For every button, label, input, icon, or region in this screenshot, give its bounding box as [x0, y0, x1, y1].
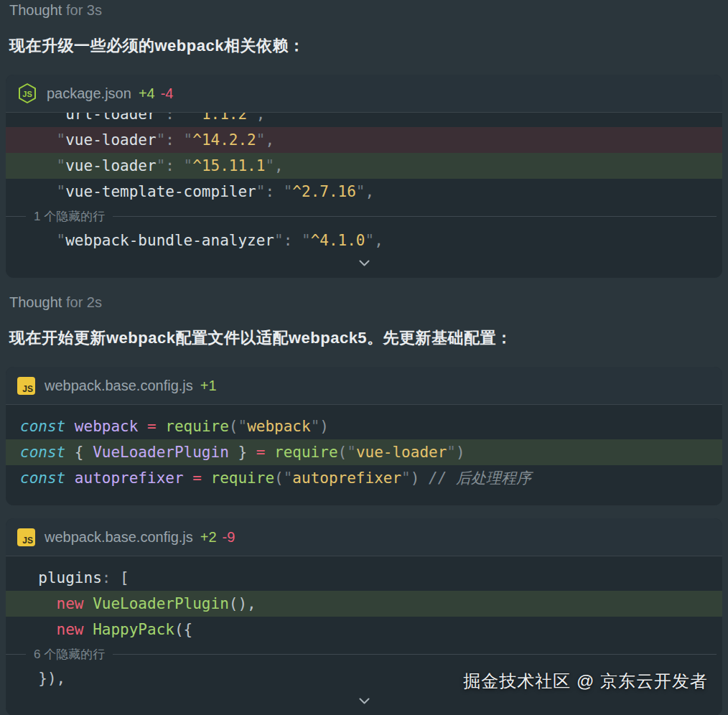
expand-row [6, 691, 722, 710]
added-count-badge: +4 [139, 85, 155, 102]
code-line: const autoprefixer = require("autoprefix… [6, 465, 722, 491]
code-diff-body: "url-loader": "^1.1.2", "vue-loader": "^… [6, 113, 722, 278]
removed-count-badge: -4 [161, 85, 174, 102]
diff-added-line: "vue-loader": "^15.11.1", [6, 153, 722, 179]
diff-removed-line: "vue-loader": "^14.2.2", [6, 127, 722, 153]
code-line: new HappyPack({ [6, 617, 722, 642]
json-hexagon-icon: JS [17, 83, 37, 104]
code-line: "webpack-bundle-analyzer": "^4.1.0", [6, 228, 722, 253]
thought-duration: for 3s [66, 2, 102, 18]
code-diff-header[interactable]: JSpackage.json+4-4 [6, 75, 722, 113]
code-diff-card: JSwebpack.base.config.js+1const webpack … [6, 367, 722, 505]
diff-added-line: const { VueLoaderPlugin } = require("vue… [6, 439, 722, 465]
chevron-down-icon[interactable] [352, 696, 377, 706]
removed-count-badge: -9 [223, 529, 235, 546]
code-line: const webpack = require("webpack") [6, 413, 722, 439]
code-diff-body: const webpack = require("webpack")const … [6, 405, 722, 505]
diff-added-line: new VueLoaderPlugin(), [6, 591, 722, 617]
code-line: }), [6, 665, 722, 691]
hidden-lines-label: 1 个隐藏的行 [34, 208, 105, 225]
code-diff-card: JSwebpack.base.config.js+2-9 plugins: [ … [6, 518, 722, 715]
chevron-down-icon[interactable] [352, 258, 377, 268]
hidden-lines-toggle[interactable]: 6 个隐藏的行 [6, 642, 722, 665]
added-count-badge: +2 [200, 529, 217, 546]
assistant-message: 现在开始更新webpack配置文件以适配webpack5。先更新基础配置： [9, 327, 719, 349]
code-line: plugins: [ [6, 565, 722, 591]
thought-label: Thought [9, 294, 62, 310]
hidden-lines-label: 6 个隐藏的行 [34, 646, 105, 663]
thought-label: Thought [9, 2, 62, 18]
hidden-lines-toggle[interactable]: 1 个隐藏的行 [6, 205, 722, 228]
expand-row [6, 253, 722, 272]
code-line: "vue-template-compiler": "^2.7.16", [6, 179, 722, 205]
file-name: webpack.base.config.js [45, 529, 193, 546]
thought-header[interactable]: Thought for 2s [0, 292, 728, 311]
code-diff-body: plugins: [ new VueLoaderPlugin(), new Ha… [6, 556, 722, 715]
code-diff-card: JSpackage.json+4-4 "url-loader": "^1.1.2… [6, 75, 722, 278]
assistant-message: 现在升级一些必须的webpack相关依赖： [9, 35, 719, 57]
code-diff-header[interactable]: JSwebpack.base.config.js+2-9 [6, 518, 722, 556]
js-square-icon: JS [17, 377, 35, 395]
file-name: package.json [47, 85, 131, 102]
chat-transcript: Thought for 3s 现在升级一些必须的webpack相关依赖： JSp… [0, 0, 728, 715]
code-diff-header[interactable]: JSwebpack.base.config.js+1 [6, 367, 722, 405]
svg-text:JS: JS [22, 90, 32, 98]
js-square-icon: JS [17, 528, 35, 546]
thought-duration: for 2s [66, 294, 102, 310]
file-name: webpack.base.config.js [45, 378, 193, 394]
added-count-badge: +1 [200, 378, 217, 394]
thought-header[interactable]: Thought for 3s [0, 0, 728, 19]
